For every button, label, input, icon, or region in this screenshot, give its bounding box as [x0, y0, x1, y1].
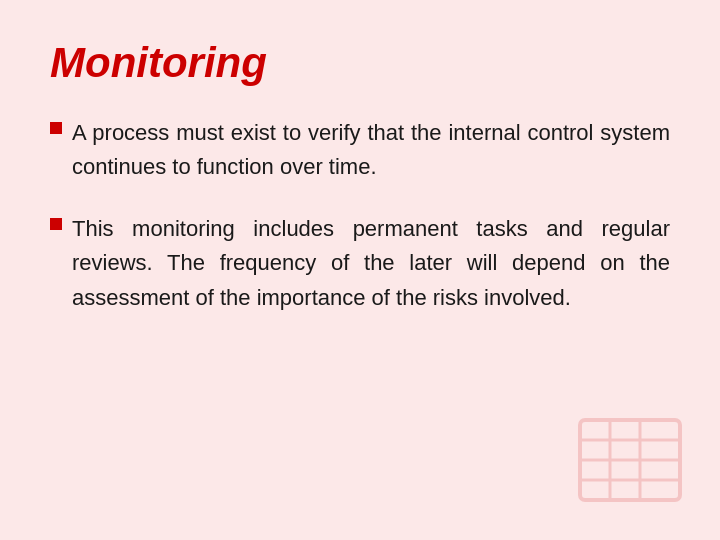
bullet-text-2: This monitoring includes permanent tasks… [72, 212, 670, 314]
watermark-icon [570, 410, 690, 510]
slide-title: Monitoring [50, 40, 670, 86]
bullet-list: A process must exist to verify that the … [50, 116, 670, 314]
bullet-text-1: A process must exist to verify that the … [72, 116, 670, 184]
bullet-square-icon [50, 218, 62, 230]
list-item: This monitoring includes permanent tasks… [50, 212, 670, 314]
slide-container: Monitoring A process must exist to verif… [0, 0, 720, 540]
list-item: A process must exist to verify that the … [50, 116, 670, 184]
bullet-square-icon [50, 122, 62, 134]
